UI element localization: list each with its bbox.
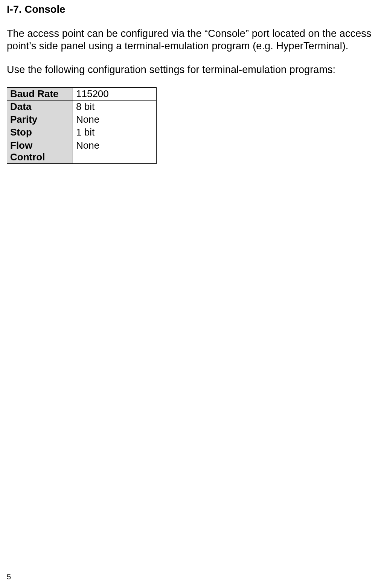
config-value: 1 bit	[73, 126, 157, 139]
config-value: None	[73, 139, 157, 163]
config-label: Baud Rate	[7, 87, 73, 100]
page-number: 5	[7, 573, 11, 581]
section-heading: I-7. Console	[7, 4, 374, 15]
instruction-paragraph: Use the following configuration settings…	[7, 64, 374, 76]
config-value: 8 bit	[73, 101, 157, 113]
config-label: Flow Control	[7, 139, 73, 163]
config-label: Parity	[7, 113, 73, 126]
intro-paragraph: The access point can be configured via t…	[7, 27, 374, 52]
config-label: Data	[7, 101, 73, 113]
config-value: None	[73, 113, 157, 126]
table-row: Data 8 bit	[7, 101, 157, 113]
table-row: Baud Rate 115200	[7, 87, 157, 100]
table-row: Flow Control None	[7, 139, 157, 163]
table-row: Parity None	[7, 113, 157, 126]
config-settings-table: Baud Rate 115200 Data 8 bit Parity None …	[7, 87, 157, 164]
config-label: Stop	[7, 126, 73, 139]
table-row: Stop 1 bit	[7, 126, 157, 139]
config-value: 115200	[73, 87, 157, 100]
